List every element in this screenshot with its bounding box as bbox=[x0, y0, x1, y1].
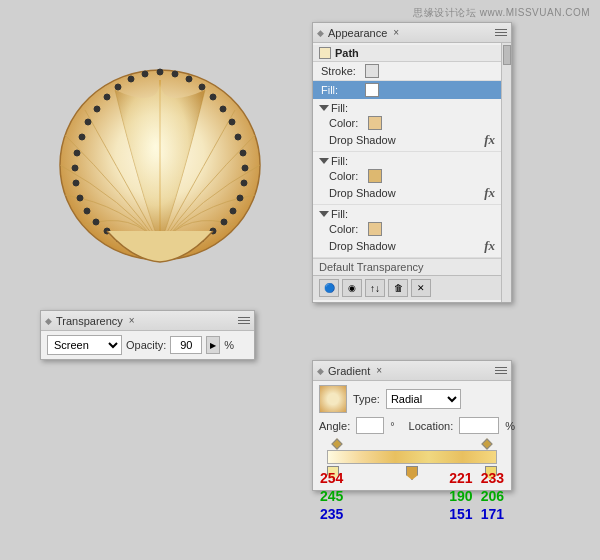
ap-clear-button[interactable]: ✕ bbox=[411, 279, 431, 297]
fill-selected-row[interactable]: Fill: bbox=[313, 81, 511, 99]
svg-point-14 bbox=[93, 219, 99, 225]
fill-2-title: Fill: bbox=[331, 155, 348, 167]
fill-2-fx-icon[interactable]: fx bbox=[484, 185, 495, 201]
svg-point-27 bbox=[221, 219, 227, 225]
default-transparency-label: Default Transparency bbox=[319, 261, 424, 273]
svg-point-24 bbox=[241, 180, 247, 186]
svg-point-12 bbox=[77, 195, 83, 201]
left-red-value: 254 bbox=[320, 470, 343, 486]
gradient-location-input[interactable] bbox=[459, 417, 499, 434]
svg-point-19 bbox=[220, 106, 226, 112]
fill-3-fx-icon[interactable]: fx bbox=[484, 238, 495, 254]
ap-move-up-button[interactable]: ↑↓ bbox=[365, 279, 385, 297]
gradient-menu-icon[interactable] bbox=[495, 366, 507, 376]
svg-point-26 bbox=[230, 208, 236, 214]
shell-container bbox=[30, 30, 290, 290]
fill-1-fx-icon[interactable]: fx bbox=[484, 132, 495, 148]
gradient-close-x[interactable]: × bbox=[376, 365, 382, 376]
right-red-value: 221 bbox=[449, 470, 472, 486]
appearance-title: ◆ Appearance × bbox=[317, 27, 399, 39]
gradient-title-text: Gradient bbox=[328, 365, 370, 377]
ap-delete-button[interactable]: 🗑 bbox=[388, 279, 408, 297]
left-blue-value: 235 bbox=[320, 506, 343, 522]
canvas-area bbox=[0, 0, 310, 340]
gradient-stop-top-right[interactable] bbox=[481, 438, 492, 449]
fill-section-2-header[interactable]: Fill: bbox=[313, 154, 511, 168]
scrollbar-thumb[interactable] bbox=[503, 45, 511, 65]
ap-add-button[interactable]: 🔵 bbox=[319, 279, 339, 297]
fill-1-shadow-row[interactable]: Drop Shadow fx bbox=[313, 131, 511, 149]
opacity-input[interactable] bbox=[170, 336, 202, 354]
ap-duplicate-button[interactable]: ◉ bbox=[342, 279, 362, 297]
fill-1-color-label: Color: bbox=[329, 117, 364, 129]
stroke-row[interactable]: Stroke: bbox=[313, 62, 511, 81]
gradient-title-group: ◆ Gradient × bbox=[317, 365, 382, 377]
gradient-stop-top-left[interactable] bbox=[331, 438, 342, 449]
fill-2-shadow-row[interactable]: Drop Shadow fx bbox=[313, 184, 511, 202]
shell-image bbox=[45, 50, 275, 270]
transparency-menu-icon[interactable] bbox=[238, 316, 250, 326]
svg-point-3 bbox=[128, 76, 134, 82]
blend-mode-select[interactable]: Screen bbox=[47, 335, 122, 355]
fill-1-color-swatch[interactable] bbox=[368, 116, 382, 130]
svg-point-18 bbox=[210, 94, 216, 100]
opacity-arrow-button[interactable]: ▶ bbox=[206, 336, 220, 354]
appearance-titlebar[interactable]: ◆ Appearance × bbox=[313, 23, 511, 43]
fill-label: Fill: bbox=[321, 84, 361, 96]
gradient-angle-input[interactable] bbox=[356, 417, 384, 434]
appearance-close-x[interactable]: × bbox=[393, 27, 399, 38]
gradient-type-select[interactable]: Radial Linear bbox=[386, 389, 461, 409]
fill-2-triangle-icon bbox=[319, 158, 329, 164]
transparency-title-text: Transparency bbox=[56, 315, 123, 327]
svg-point-23 bbox=[242, 165, 248, 171]
color-row-2: 245 190 206 bbox=[312, 488, 512, 504]
gradient-angle-label: Angle: bbox=[319, 420, 350, 432]
color-values: 254 221 233 245 190 206 235 151 171 bbox=[312, 470, 512, 524]
appearance-scrollbar[interactable] bbox=[501, 43, 511, 302]
svg-point-6 bbox=[94, 106, 100, 112]
fill-2-color-label: Color: bbox=[329, 170, 364, 182]
opacity-label: Opacity: bbox=[126, 339, 166, 351]
appearance-diamond-icon: ◆ bbox=[317, 28, 324, 38]
gradient-titlebar[interactable]: ◆ Gradient × bbox=[313, 361, 511, 381]
gradient-track[interactable] bbox=[327, 450, 497, 464]
fill-3-shadow-row[interactable]: Drop Shadow fx bbox=[313, 237, 511, 255]
transparency-titlebar[interactable]: ◆ Transparency × bbox=[41, 311, 254, 331]
fill-swatch-selected[interactable] bbox=[365, 83, 379, 97]
right-green2-value: 206 bbox=[481, 488, 504, 504]
svg-point-10 bbox=[72, 165, 78, 171]
fill-2-shadow-label: Drop Shadow bbox=[329, 187, 396, 199]
fill-3-color-label: Color: bbox=[329, 223, 364, 235]
fill-section-2: Fill: Color: Drop Shadow fx bbox=[313, 152, 511, 205]
appearance-content: Path Stroke: Fill: Fill: Color: Drop Sha… bbox=[313, 43, 511, 302]
fill-section-1-header[interactable]: Fill: bbox=[313, 101, 511, 115]
watermark: 思缘设计论坛 www.MISSVUAN.COM bbox=[413, 6, 590, 20]
appearance-title-text: Appearance bbox=[328, 27, 387, 39]
appearance-menu-icon[interactable] bbox=[495, 28, 507, 38]
svg-point-2 bbox=[142, 71, 148, 77]
svg-point-17 bbox=[199, 84, 205, 90]
fill-3-color-swatch[interactable] bbox=[368, 222, 382, 236]
svg-point-15 bbox=[172, 71, 178, 77]
appearance-panel: ◆ Appearance × Path Stroke: Fill: Fill: bbox=[312, 22, 512, 303]
watermark-text: 思缘设计论坛 www.MISSVUAN.COM bbox=[413, 7, 590, 18]
fill-3-color-row[interactable]: Color: bbox=[313, 221, 511, 237]
fill-2-color-swatch[interactable] bbox=[368, 169, 382, 183]
fill-2-color-row[interactable]: Color: bbox=[313, 168, 511, 184]
svg-point-20 bbox=[229, 119, 235, 125]
stroke-swatch[interactable] bbox=[365, 64, 379, 78]
gradient-percent-label: % bbox=[505, 420, 515, 432]
fill-3-title: Fill: bbox=[331, 208, 348, 220]
gradient-preview bbox=[319, 385, 347, 413]
fill-3-shadow-label: Drop Shadow bbox=[329, 240, 396, 252]
transparency-title-group: ◆ Transparency × bbox=[45, 315, 135, 327]
fill-1-color-row[interactable]: Color: bbox=[313, 115, 511, 131]
transparency-panel: ◆ Transparency × Screen Opacity: ▶ % bbox=[40, 310, 255, 360]
svg-point-8 bbox=[79, 134, 85, 140]
svg-point-16 bbox=[186, 76, 192, 82]
fill-1-shadow-label: Drop Shadow bbox=[329, 134, 396, 146]
path-row: Path bbox=[313, 45, 511, 62]
fill-section-3-header[interactable]: Fill: bbox=[313, 207, 511, 221]
transparency-close-x[interactable]: × bbox=[129, 315, 135, 326]
path-swatch bbox=[319, 47, 331, 59]
